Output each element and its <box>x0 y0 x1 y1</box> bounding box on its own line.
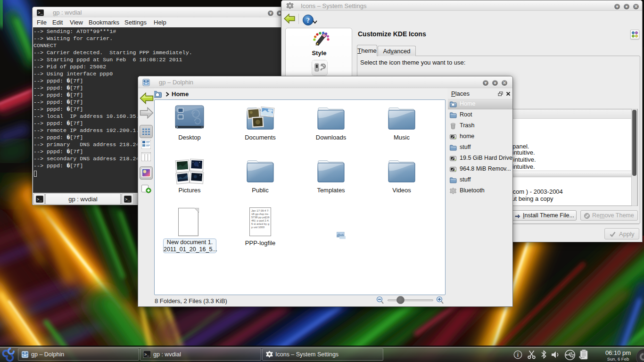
svg-text:>_: >_ <box>125 197 130 202</box>
svg-text:?: ? <box>306 17 310 24</box>
svg-text:>_: >_ <box>144 353 149 357</box>
svg-text:>_: >_ <box>37 197 42 202</box>
svg-text:i: i <box>517 352 519 358</box>
svg-text:>_: >_ <box>38 11 43 16</box>
